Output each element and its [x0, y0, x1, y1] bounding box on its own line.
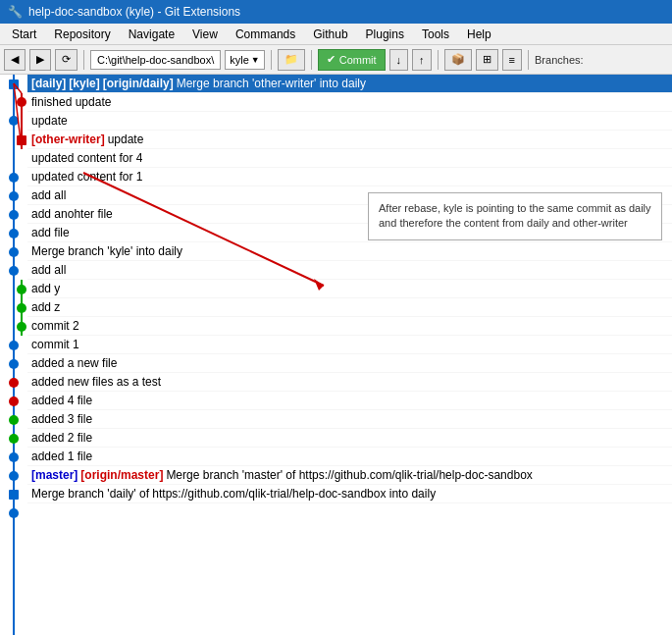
- commit-row[interactable]: added 1 file: [27, 448, 672, 466]
- commit-graph-svg: [0, 75, 27, 635]
- menu-plugins[interactable]: Plugins: [358, 26, 412, 43]
- svg-point-8: [9, 191, 19, 201]
- commit-message-text: Merge branch 'daily' of https://github.c…: [31, 487, 436, 501]
- separator-2: [271, 50, 272, 70]
- commit-row[interactable]: add all: [27, 261, 672, 280]
- branch-dropdown[interactable]: kyle ▼: [225, 50, 264, 70]
- commit-row[interactable]: Merge branch 'kyle' into daily: [27, 242, 672, 261]
- commit-row[interactable]: added 4 file: [27, 392, 672, 410]
- folder-button[interactable]: 📁: [278, 49, 305, 71]
- commit-message-text: added 4 file: [31, 394, 92, 407]
- svg-point-16: [9, 341, 19, 350]
- commit-message-text: added 3 file: [31, 412, 92, 426]
- separator-1: [83, 50, 84, 70]
- commit-message-text: added a new file: [31, 356, 117, 370]
- branch-tag: [master]: [31, 468, 78, 482]
- menu-github[interactable]: Github: [305, 26, 355, 43]
- svg-point-10: [9, 229, 19, 238]
- commit-message-text: update: [31, 114, 68, 128]
- menu-tools[interactable]: Tools: [414, 26, 457, 43]
- commit-message-text: Merge branch 'other-writer' into daily: [177, 77, 366, 90]
- svg-point-19: [9, 397, 19, 406]
- svg-point-17: [9, 359, 19, 369]
- commit-message-text: added 1 file: [31, 450, 92, 463]
- svg-point-4: [17, 97, 26, 107]
- svg-point-25: [9, 508, 19, 518]
- push-button[interactable]: ↑: [412, 49, 432, 71]
- commit-row[interactable]: updated content for 1: [27, 168, 672, 186]
- annotation-callout: After rebase, kyle is pointing to the sa…: [368, 192, 662, 240]
- menu-navigate[interactable]: Navigate: [121, 26, 182, 43]
- stash-button[interactable]: 📦: [444, 49, 472, 71]
- separator-4: [438, 50, 439, 70]
- commit-check-icon: ✔: [327, 53, 336, 66]
- separator-3: [311, 50, 312, 70]
- commit-message-text: add anohter file: [31, 207, 113, 221]
- commit-row[interactable]: added a new file: [27, 354, 672, 373]
- back-button[interactable]: ◀: [4, 49, 26, 71]
- commit-row[interactable]: commit 2: [27, 317, 672, 336]
- forward-button[interactable]: ▶: [29, 49, 51, 71]
- main-content: [daily][kyle][origin/daily]Merge branch …: [0, 75, 672, 635]
- branch-chevron-icon: ▼: [251, 55, 260, 65]
- title-bar: 🔧 help-doc-sandbox (kyle) - Git Extensio…: [0, 0, 672, 24]
- svg-point-14: [17, 303, 26, 313]
- refresh-button[interactable]: ⟳: [55, 49, 78, 71]
- toolbar: ◀ ▶ ⟳ C:\git\help-doc-sandbox\ kyle ▼ 📁 …: [0, 45, 672, 75]
- commit-message-text: update: [108, 132, 144, 146]
- svg-point-7: [9, 173, 19, 183]
- menu-commands[interactable]: Commands: [228, 26, 303, 43]
- branch-tag: [origin/daily]: [103, 77, 174, 90]
- menu-bar: Start Repository Navigate View Commands …: [0, 24, 672, 45]
- commit-message-text: commit 1: [31, 338, 79, 351]
- svg-point-18: [9, 378, 19, 388]
- commit-row[interactable]: add y: [27, 280, 672, 298]
- svg-point-22: [9, 452, 19, 462]
- pull-button[interactable]: ↓: [389, 49, 409, 71]
- repo-path[interactable]: C:\git\help-doc-sandbox\: [90, 50, 221, 70]
- commit-row[interactable]: [other-writer]update: [27, 131, 672, 149]
- commit-row[interactable]: added 3 file: [27, 410, 672, 429]
- commit-message-text: Merge branch 'kyle' into daily: [31, 244, 182, 258]
- commit-row[interactable]: add z: [27, 298, 672, 317]
- commit-row[interactable]: finished update: [27, 93, 672, 112]
- commit-message-text: add file: [31, 226, 70, 239]
- commit-message-text: add z: [31, 300, 60, 314]
- commit-message-text: add all: [31, 188, 66, 202]
- svg-rect-24: [9, 490, 19, 500]
- branches-label: Branches:: [535, 54, 584, 66]
- grid-button[interactable]: ⊞: [476, 49, 498, 71]
- svg-point-11: [9, 247, 19, 257]
- menu-repository[interactable]: Repository: [46, 26, 118, 43]
- commit-row[interactable]: added new files as a test: [27, 373, 672, 392]
- commit-row[interactable]: Merge branch 'daily' of https://github.c…: [27, 485, 672, 503]
- commit-message-text: finished update: [31, 95, 111, 109]
- title-text: help-doc-sandbox (kyle) - Git Extensions: [28, 5, 240, 19]
- branch-tag: [origin/master]: [80, 468, 163, 482]
- svg-point-9: [9, 210, 19, 220]
- svg-point-20: [9, 415, 19, 425]
- graph-column: [0, 75, 27, 635]
- menu-start[interactable]: Start: [4, 26, 44, 43]
- commit-row[interactable]: [master][origin/master]Merge branch 'mas…: [27, 466, 672, 485]
- commit-row[interactable]: updated content for 4: [27, 149, 672, 168]
- svg-point-15: [17, 322, 26, 332]
- commit-message-text: add y: [31, 282, 60, 295]
- commit-list[interactable]: [daily][kyle][origin/daily]Merge branch …: [27, 75, 672, 635]
- commit-message-text: added 2 file: [31, 431, 92, 445]
- commit-row[interactable]: added 2 file: [27, 429, 672, 448]
- commit-row[interactable]: commit 1: [27, 336, 672, 354]
- menu-view[interactable]: View: [184, 26, 226, 43]
- separator-5: [528, 50, 529, 70]
- menu-help[interactable]: Help: [459, 26, 499, 43]
- commit-row[interactable]: [daily][kyle][origin/daily]Merge branch …: [27, 75, 672, 93]
- branch-tag: [kyle]: [69, 77, 99, 90]
- graph-button[interactable]: ≡: [502, 49, 522, 71]
- commit-message-text: added new files as a test: [31, 375, 161, 389]
- branch-tag: [daily]: [31, 77, 66, 90]
- commit-row[interactable]: update: [27, 112, 672, 131]
- commit-message-text: updated content for 4: [31, 151, 142, 165]
- commit-message-text: Merge branch 'master' of https://github.…: [166, 468, 532, 482]
- commit-button[interactable]: ✔ Commit: [318, 49, 386, 71]
- svg-point-23: [9, 471, 19, 481]
